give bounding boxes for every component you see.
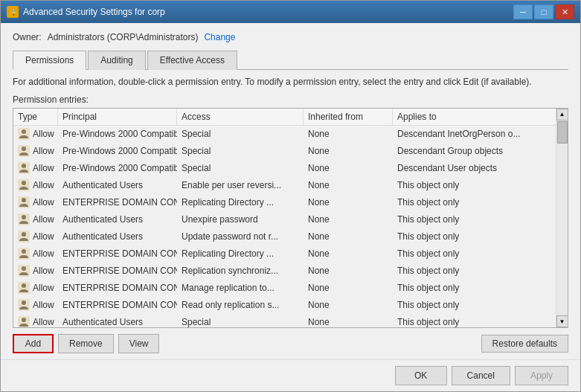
cell-access: Manage replication to... <box>177 280 304 296</box>
cell-applies-to: This object only <box>393 211 556 228</box>
cell-access: Replicating Directory ... <box>177 245 304 262</box>
table-row[interactable]: Allow ENTERPRISE DOMAIN CONT...Manage re… <box>13 280 556 297</box>
maximize-button[interactable]: □ <box>534 4 553 19</box>
table-row[interactable]: Allow Pre-Windows 2000 Compatib...Specia… <box>13 160 556 177</box>
cell-principal: Pre-Windows 2000 Compatib... <box>58 143 177 159</box>
cell-applies-to: This object only <box>393 263 556 279</box>
table-row[interactable]: Allow Authenticated UsersUpdate password… <box>13 228 556 245</box>
col-inherited-from[interactable]: Inherited from <box>304 109 393 125</box>
col-access[interactable]: Access <box>177 109 304 125</box>
cell-applies-to: Descendant User objects <box>393 160 556 176</box>
table-row[interactable]: Allow ENTERPRISE DOMAIN CONT...Replicati… <box>13 245 556 263</box>
change-owner-link[interactable]: Change <box>204 32 235 42</box>
main-window: 🔒 Advanced Security Settings for corp ─ … <box>0 0 581 392</box>
window-controls: ─ □ ✕ <box>513 4 574 19</box>
cell-type: Allow <box>13 228 58 245</box>
close-button[interactable]: ✕ <box>555 4 574 19</box>
cell-principal: Authenticated Users <box>58 314 177 327</box>
user-icon <box>18 162 30 174</box>
view-button[interactable]: View <box>118 334 160 353</box>
table-row[interactable]: Allow Authenticated UsersSpecialNoneThis… <box>13 314 556 327</box>
add-button[interactable]: Add <box>13 334 54 353</box>
cell-applies-to: This object only <box>393 228 556 245</box>
cell-inherited-from: None <box>304 280 393 296</box>
user-icon <box>18 265 30 277</box>
table-row[interactable]: Allow Authenticated UsersUnexpire passwo… <box>13 211 556 228</box>
ok-button[interactable]: OK <box>395 366 447 385</box>
cell-applies-to: This object only <box>393 177 556 193</box>
table-row[interactable]: Allow Authenticated UsersEnable per user… <box>13 177 556 194</box>
scroll-down-button[interactable]: ▼ <box>556 315 568 327</box>
cell-type: Allow <box>13 211 58 228</box>
svg-point-25 <box>22 318 26 322</box>
cell-inherited-from: None <box>304 263 393 279</box>
svg-point-7 <box>22 164 26 168</box>
owner-label: Owner: <box>13 32 42 42</box>
scroll-thumb[interactable] <box>557 121 568 144</box>
table-header: Type Principal Access Inherited from App… <box>13 109 556 126</box>
tabs-bar: Permissions Auditing Effective Access <box>13 50 568 70</box>
cell-applies-to: This object only <box>393 297 556 313</box>
svg-point-19 <box>22 266 26 271</box>
svg-text:🔒: 🔒 <box>10 8 17 16</box>
cell-principal: ENTERPRISE DOMAIN CONT... <box>58 280 177 296</box>
cell-access: Special <box>177 160 304 176</box>
col-applies-to[interactable]: Applies to <box>393 109 544 125</box>
cell-applies-to: Descendant InetOrgPerson o... <box>393 126 556 142</box>
dialog-content: Owner: Administrators (CORP\Administrato… <box>1 23 580 359</box>
cell-access: Special <box>177 126 304 142</box>
cell-principal: Authenticated Users <box>58 228 177 245</box>
cell-type: Allow <box>13 263 58 279</box>
cell-applies-to: This object only <box>393 280 556 296</box>
cell-applies-to: This object only <box>393 194 556 211</box>
cell-principal: ENTERPRISE DOMAIN CONT... <box>58 194 177 211</box>
minimize-button[interactable]: ─ <box>513 4 533 19</box>
cell-access: Read only replication s... <box>177 297 304 313</box>
cell-access: Replicating Directory ... <box>177 194 304 211</box>
table-row[interactable]: Allow Pre-Windows 2000 Compatib...Specia… <box>13 126 556 143</box>
cell-applies-to: This object only <box>393 245 556 262</box>
cell-type: Allow <box>13 280 58 296</box>
svg-point-15 <box>22 232 26 237</box>
cell-principal: ENTERPRISE DOMAIN CONT... <box>58 297 177 313</box>
svg-point-23 <box>22 301 26 305</box>
svg-point-17 <box>22 249 26 254</box>
user-icon <box>18 248 30 260</box>
scroll-track[interactable] <box>556 121 568 315</box>
info-text: For additional information, double-click… <box>13 76 568 89</box>
cell-inherited-from: None <box>304 194 393 211</box>
tab-effective-access[interactable]: Effective Access <box>147 51 237 70</box>
cell-type: Allow <box>13 314 58 327</box>
cancel-button[interactable]: Cancel <box>452 366 510 385</box>
cell-access: Special <box>177 143 304 159</box>
scroll-up-button[interactable]: ▲ <box>556 109 568 121</box>
cell-type: Allow <box>13 143 58 159</box>
cell-inherited-from: None <box>304 297 393 313</box>
col-principal[interactable]: Principal <box>58 109 177 125</box>
table-row[interactable]: Allow ENTERPRISE DOMAIN CONT...Read only… <box>13 297 556 314</box>
table-row[interactable]: Allow ENTERPRISE DOMAIN CONT...Replicati… <box>13 194 556 211</box>
apply-button[interactable]: Apply <box>515 366 568 385</box>
cell-type: Allow <box>13 160 58 176</box>
svg-point-3 <box>22 129 26 134</box>
table-row[interactable]: Allow Pre-Windows 2000 Compatib...Specia… <box>13 143 556 160</box>
scrollbar[interactable]: ▲ ▼ <box>556 109 568 327</box>
cell-access: Update password not r... <box>177 228 304 245</box>
cell-access: Unexpire password <box>177 211 304 228</box>
user-icon <box>18 179 30 191</box>
svg-point-13 <box>22 215 26 219</box>
table-body: Allow Pre-Windows 2000 Compatib...Specia… <box>13 126 556 327</box>
remove-button[interactable]: Remove <box>58 334 114 353</box>
table-row[interactable]: Allow ENTERPRISE DOMAIN CONT...Replicati… <box>13 263 556 280</box>
permissions-table: Type Principal Access Inherited from App… <box>13 109 556 327</box>
window-title: Advanced Security Settings for corp <box>23 7 165 17</box>
footer-buttons: OK Cancel Apply <box>1 359 580 391</box>
col-type[interactable]: Type <box>13 109 58 125</box>
tab-auditing[interactable]: Auditing <box>88 51 145 70</box>
owner-value: Administrators (CORP\Administrators) <box>48 32 199 42</box>
left-action-buttons: Add Remove View <box>13 334 159 353</box>
tab-permissions[interactable]: Permissions <box>13 51 86 70</box>
bottom-buttons-row: Add Remove View Restore defaults <box>13 334 568 353</box>
restore-defaults-button[interactable]: Restore defaults <box>481 335 568 353</box>
user-icon <box>18 299 30 311</box>
